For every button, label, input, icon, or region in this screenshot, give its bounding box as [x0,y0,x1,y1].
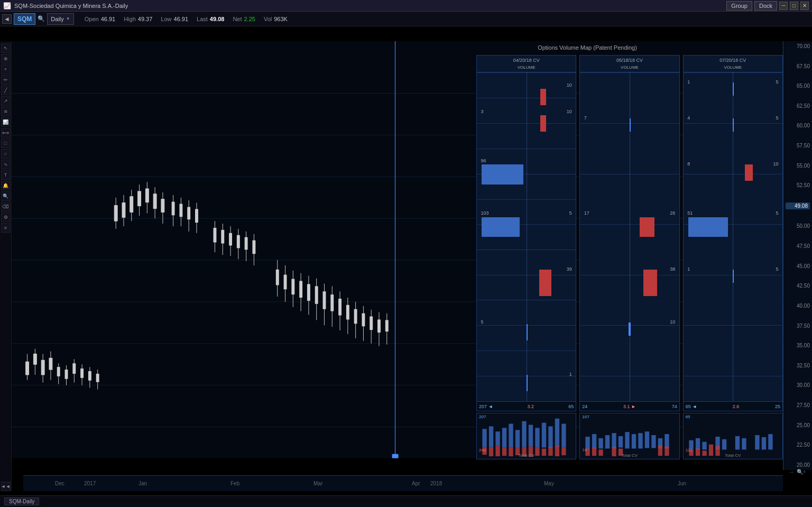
p1-footer-left: 207 ◄ [479,404,493,409]
group-button[interactable]: Group [726,1,752,11]
svg-rect-37 [72,363,76,374]
svg-rect-39 [80,368,84,378]
svg-rect-81 [338,299,342,316]
svg-rect-152 [755,435,759,449]
svg-rect-63 [252,241,255,254]
svg-rect-75 [315,286,318,304]
zoom-in-icon[interactable]: 🔍+ [797,469,806,475]
p2-num-r8: 38 [670,266,675,272]
svg-rect-127 [605,435,610,448]
time-mar: Mar [313,481,322,486]
period-selector[interactable]: Daily ▼ [47,13,73,25]
svg-rect-104 [529,425,533,447]
minimize-button[interactable]: ─ [779,2,788,10]
text-tool[interactable]: T [1,170,11,180]
p1-tick-r12 [527,375,528,391]
options-overlay: 04/20/18 CVVOLUME [476,55,783,459]
p3-tick-r8 [733,270,734,283]
status-tab[interactable]: SQM-Daily [4,497,39,505]
scroll-icons[interactable]: ↔ 🔍+ [783,467,812,476]
price-50: 50.00 [786,223,810,229]
crosshair-tool[interactable]: + [1,64,11,74]
p3-num-l6: 51 [687,210,693,216]
p1-num-l2: 3 [481,109,483,114]
p1-num-l10: 5 [481,319,483,325]
svg-rect-112 [495,446,500,457]
h1-top-num: 207 [479,414,486,419]
title-text: SQM-Sociedad Quimica y Minera S.A.-Daily [14,3,128,9]
time-dec: Dec [55,481,64,486]
fib-tool[interactable]: ∿ [1,160,11,169]
svg-rect-98 [489,426,493,447]
current-price: 49.08 [786,202,810,209]
rect-tool[interactable]: □ [1,139,11,148]
layers-tool[interactable]: ≡ [1,223,11,233]
svg-rect-55 [221,230,224,244]
svg-rect-21 [122,203,125,218]
zoom-tool[interactable]: ⊕ [1,54,11,63]
study-tool[interactable]: 📊 [1,117,11,127]
price-40: 40.00 [786,303,810,309]
hist-panel-2: 167 74 Total CV [579,413,679,459]
circle-tool[interactable]: ○ [1,149,11,159]
hist-panel-1: 207 240 Total CV [476,413,576,459]
search-icon[interactable]: 🔍 [38,15,45,22]
close-button[interactable]: ✕ [800,2,809,10]
time-scale: Dec 2017 Jan Feb Mar Apr 2018 May Jun [23,475,783,491]
price-scale: 70.00 67.50 65.00 62.50 60.00 57.50 55.0… [783,41,812,470]
dock-button[interactable]: Dock [754,1,777,11]
price-22: 22.50 [786,442,810,448]
time-jan: Jan [139,481,147,486]
p3-footer-right: 25 [775,404,780,409]
p1-bar-r2 [540,115,546,132]
svg-rect-119 [542,448,546,456]
p2-num-r10: 10 [670,319,675,325]
p2-num-r6: 26 [670,210,675,216]
left-toolbar: ↖ ⊕ + ✏ ╱ ↗ ≋ 📊 ⟷ □ ○ ∿ T 🔔 🔍 ⌫ ⚙ ≡ ◄◄ [0,41,12,491]
svg-rect-107 [548,426,552,448]
svg-rect-41 [88,371,91,381]
panel1-header: 04/20/18 CVVOLUME [477,56,576,72]
price-25: 25.00 [786,422,810,428]
scroll-left-icon[interactable]: ↔ [789,469,795,475]
symbol-input[interactable]: SQM [14,13,35,25]
maximize-button[interactable]: □ [790,2,798,10]
indicator-tool[interactable]: ≋ [1,107,11,116]
alert-tool[interactable]: 🔔 [1,181,11,190]
svg-rect-143 [665,447,669,456]
panel3-footer: 65 ◄ 2.6 25 [684,401,782,411]
eraser-tool[interactable]: ⌫ [1,202,11,211]
svg-rect-154 [768,434,772,449]
svg-rect-147 [702,442,706,450]
p3-num-l0: 1 [687,79,690,85]
p2-tick-r10 [629,322,631,336]
svg-rect-101 [509,424,513,447]
p3-num-l8: 1 [687,266,690,272]
p3-tick-r0 [733,82,734,96]
measure-tool[interactable]: ⟷ [1,128,11,137]
svg-rect-85 [354,309,357,324]
h-line-5 [477,199,576,200]
time-jun: Jun [678,481,686,486]
settings-tool[interactable]: ⚙ [1,213,11,222]
p1-bar-b6 [482,217,519,237]
svg-rect-61 [245,237,248,250]
p3-num-r6: 5 [776,210,778,216]
svg-rect-95 [392,454,399,458]
svg-rect-13 [33,354,36,364]
line-tool[interactable]: ╱ [1,86,11,95]
draw-tool[interactable]: ✏ [1,75,11,85]
collapse-tool[interactable]: ◄◄ [1,482,11,491]
cursor-tool[interactable]: ↖ [1,43,11,53]
svg-rect-114 [509,447,513,457]
svg-rect-142 [658,446,662,456]
back-button[interactable]: ◄ [2,14,12,24]
p3-bar-r4 [745,164,753,181]
svg-rect-11 [26,362,29,375]
svg-rect-69 [291,279,294,295]
trend-tool[interactable]: ↗ [1,96,11,106]
h-line-11 [477,351,576,351]
magnet-tool[interactable]: 🔍 [1,191,11,201]
svg-rect-87 [362,314,365,327]
svg-rect-93 [385,320,389,331]
